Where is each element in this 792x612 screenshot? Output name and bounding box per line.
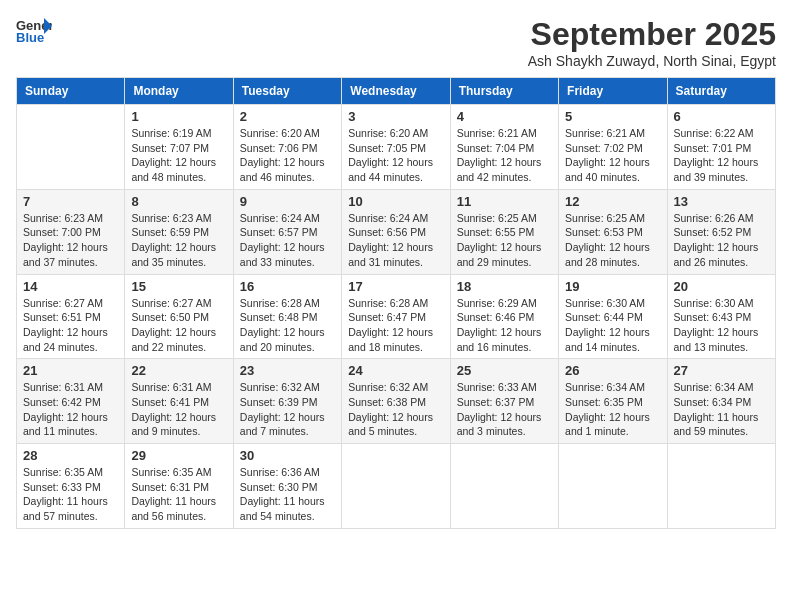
day-number: 13	[674, 194, 769, 209]
day-number: 12	[565, 194, 660, 209]
table-row: 27 Sunrise: 6:34 AMSunset: 6:34 PMDaylig…	[667, 359, 775, 444]
title-area: September 2025 Ash Shaykh Zuwayd, North …	[528, 16, 776, 69]
table-row: 17 Sunrise: 6:28 AMSunset: 6:47 PMDaylig…	[342, 274, 450, 359]
day-info: Sunrise: 6:33 AMSunset: 6:37 PMDaylight:…	[457, 380, 552, 439]
day-number: 3	[348, 109, 443, 124]
table-row: 9 Sunrise: 6:24 AMSunset: 6:57 PMDayligh…	[233, 189, 341, 274]
day-number: 15	[131, 279, 226, 294]
day-number: 30	[240, 448, 335, 463]
table-row: 21 Sunrise: 6:31 AMSunset: 6:42 PMDaylig…	[17, 359, 125, 444]
day-number: 24	[348, 363, 443, 378]
day-info: Sunrise: 6:25 AMSunset: 6:55 PMDaylight:…	[457, 211, 552, 270]
day-number: 7	[23, 194, 118, 209]
col-tuesday: Tuesday	[233, 78, 341, 105]
table-row: 3 Sunrise: 6:20 AMSunset: 7:05 PMDayligh…	[342, 105, 450, 190]
day-info: Sunrise: 6:24 AMSunset: 6:57 PMDaylight:…	[240, 211, 335, 270]
day-number: 26	[565, 363, 660, 378]
day-info: Sunrise: 6:35 AMSunset: 6:31 PMDaylight:…	[131, 465, 226, 524]
table-row: 6 Sunrise: 6:22 AMSunset: 7:01 PMDayligh…	[667, 105, 775, 190]
day-info: Sunrise: 6:28 AMSunset: 6:47 PMDaylight:…	[348, 296, 443, 355]
day-number: 16	[240, 279, 335, 294]
day-number: 1	[131, 109, 226, 124]
day-number: 11	[457, 194, 552, 209]
col-sunday: Sunday	[17, 78, 125, 105]
calendar: Sunday Monday Tuesday Wednesday Thursday…	[16, 77, 776, 529]
day-info: Sunrise: 6:21 AMSunset: 7:04 PMDaylight:…	[457, 126, 552, 185]
table-row: 15 Sunrise: 6:27 AMSunset: 6:50 PMDaylig…	[125, 274, 233, 359]
day-info: Sunrise: 6:19 AMSunset: 7:07 PMDaylight:…	[131, 126, 226, 185]
table-row: 29 Sunrise: 6:35 AMSunset: 6:31 PMDaylig…	[125, 444, 233, 529]
day-number: 25	[457, 363, 552, 378]
day-info: Sunrise: 6:23 AMSunset: 7:00 PMDaylight:…	[23, 211, 118, 270]
day-info: Sunrise: 6:36 AMSunset: 6:30 PMDaylight:…	[240, 465, 335, 524]
day-number: 9	[240, 194, 335, 209]
table-row	[450, 444, 558, 529]
col-thursday: Thursday	[450, 78, 558, 105]
logo-icon: General Blue	[16, 16, 52, 44]
day-info: Sunrise: 6:25 AMSunset: 6:53 PMDaylight:…	[565, 211, 660, 270]
subtitle: Ash Shaykh Zuwayd, North Sinai, Egypt	[528, 53, 776, 69]
day-number: 20	[674, 279, 769, 294]
table-row: 24 Sunrise: 6:32 AMSunset: 6:38 PMDaylig…	[342, 359, 450, 444]
table-row: 8 Sunrise: 6:23 AMSunset: 6:59 PMDayligh…	[125, 189, 233, 274]
table-row: 16 Sunrise: 6:28 AMSunset: 6:48 PMDaylig…	[233, 274, 341, 359]
day-info: Sunrise: 6:32 AMSunset: 6:39 PMDaylight:…	[240, 380, 335, 439]
day-number: 14	[23, 279, 118, 294]
table-row	[667, 444, 775, 529]
day-number: 4	[457, 109, 552, 124]
day-info: Sunrise: 6:34 AMSunset: 6:34 PMDaylight:…	[674, 380, 769, 439]
day-info: Sunrise: 6:29 AMSunset: 6:46 PMDaylight:…	[457, 296, 552, 355]
day-number: 29	[131, 448, 226, 463]
day-info: Sunrise: 6:27 AMSunset: 6:50 PMDaylight:…	[131, 296, 226, 355]
table-row: 5 Sunrise: 6:21 AMSunset: 7:02 PMDayligh…	[559, 105, 667, 190]
table-row: 19 Sunrise: 6:30 AMSunset: 6:44 PMDaylig…	[559, 274, 667, 359]
table-row: 12 Sunrise: 6:25 AMSunset: 6:53 PMDaylig…	[559, 189, 667, 274]
month-title: September 2025	[528, 16, 776, 53]
day-info: Sunrise: 6:30 AMSunset: 6:43 PMDaylight:…	[674, 296, 769, 355]
table-row: 18 Sunrise: 6:29 AMSunset: 6:46 PMDaylig…	[450, 274, 558, 359]
calendar-week-row: 14 Sunrise: 6:27 AMSunset: 6:51 PMDaylig…	[17, 274, 776, 359]
table-row: 1 Sunrise: 6:19 AMSunset: 7:07 PMDayligh…	[125, 105, 233, 190]
day-number: 6	[674, 109, 769, 124]
day-info: Sunrise: 6:28 AMSunset: 6:48 PMDaylight:…	[240, 296, 335, 355]
col-saturday: Saturday	[667, 78, 775, 105]
day-number: 22	[131, 363, 226, 378]
day-info: Sunrise: 6:31 AMSunset: 6:41 PMDaylight:…	[131, 380, 226, 439]
table-row: 28 Sunrise: 6:35 AMSunset: 6:33 PMDaylig…	[17, 444, 125, 529]
day-info: Sunrise: 6:23 AMSunset: 6:59 PMDaylight:…	[131, 211, 226, 270]
header: General Blue September 2025 Ash Shaykh Z…	[16, 16, 776, 69]
col-friday: Friday	[559, 78, 667, 105]
table-row: 30 Sunrise: 6:36 AMSunset: 6:30 PMDaylig…	[233, 444, 341, 529]
table-row: 23 Sunrise: 6:32 AMSunset: 6:39 PMDaylig…	[233, 359, 341, 444]
table-row: 2 Sunrise: 6:20 AMSunset: 7:06 PMDayligh…	[233, 105, 341, 190]
day-number: 2	[240, 109, 335, 124]
day-info: Sunrise: 6:20 AMSunset: 7:05 PMDaylight:…	[348, 126, 443, 185]
day-info: Sunrise: 6:24 AMSunset: 6:56 PMDaylight:…	[348, 211, 443, 270]
day-info: Sunrise: 6:26 AMSunset: 6:52 PMDaylight:…	[674, 211, 769, 270]
table-row: 26 Sunrise: 6:34 AMSunset: 6:35 PMDaylig…	[559, 359, 667, 444]
calendar-header-row: Sunday Monday Tuesday Wednesday Thursday…	[17, 78, 776, 105]
day-number: 19	[565, 279, 660, 294]
calendar-week-row: 21 Sunrise: 6:31 AMSunset: 6:42 PMDaylig…	[17, 359, 776, 444]
day-number: 17	[348, 279, 443, 294]
table-row: 22 Sunrise: 6:31 AMSunset: 6:41 PMDaylig…	[125, 359, 233, 444]
table-row	[17, 105, 125, 190]
day-info: Sunrise: 6:35 AMSunset: 6:33 PMDaylight:…	[23, 465, 118, 524]
col-wednesday: Wednesday	[342, 78, 450, 105]
day-number: 21	[23, 363, 118, 378]
day-number: 10	[348, 194, 443, 209]
calendar-week-row: 1 Sunrise: 6:19 AMSunset: 7:07 PMDayligh…	[17, 105, 776, 190]
day-number: 8	[131, 194, 226, 209]
table-row: 11 Sunrise: 6:25 AMSunset: 6:55 PMDaylig…	[450, 189, 558, 274]
day-number: 23	[240, 363, 335, 378]
table-row: 10 Sunrise: 6:24 AMSunset: 6:56 PMDaylig…	[342, 189, 450, 274]
day-number: 5	[565, 109, 660, 124]
table-row: 13 Sunrise: 6:26 AMSunset: 6:52 PMDaylig…	[667, 189, 775, 274]
day-info: Sunrise: 6:34 AMSunset: 6:35 PMDaylight:…	[565, 380, 660, 439]
calendar-week-row: 7 Sunrise: 6:23 AMSunset: 7:00 PMDayligh…	[17, 189, 776, 274]
day-info: Sunrise: 6:21 AMSunset: 7:02 PMDaylight:…	[565, 126, 660, 185]
day-number: 27	[674, 363, 769, 378]
day-number: 18	[457, 279, 552, 294]
table-row	[559, 444, 667, 529]
svg-text:Blue: Blue	[16, 30, 44, 44]
